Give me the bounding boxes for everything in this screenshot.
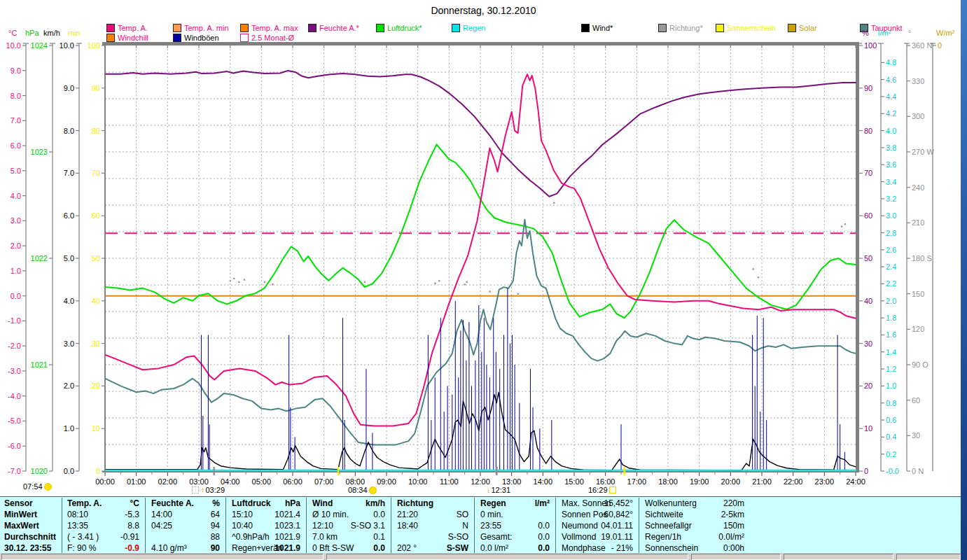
table-row: ^0.9hPa/h1021.9 bbox=[229, 531, 303, 542]
table-row: 4.10 g/m³90 bbox=[148, 542, 223, 554]
svg-text:2.4: 2.4 bbox=[886, 262, 896, 271]
table-cell-label: 0 Bft S-SW bbox=[312, 542, 354, 554]
statusbar-segment bbox=[1, 554, 324, 560]
table-cell-label: 30.12. 23:55 bbox=[4, 542, 51, 554]
table-row: MinWert bbox=[1, 509, 60, 520]
x-tick-label: 06:00 bbox=[283, 477, 302, 486]
svg-text:20: 20 bbox=[92, 382, 100, 390]
svg-text:10: 10 bbox=[92, 424, 100, 433]
table-cell-value: km/h bbox=[366, 498, 385, 509]
x-tick-label: 02:00 bbox=[158, 477, 178, 486]
direction-dot bbox=[466, 281, 467, 283]
direction-dot bbox=[264, 281, 265, 283]
svg-text:1022: 1022 bbox=[31, 254, 48, 262]
direction-dot bbox=[758, 276, 759, 278]
svg-text:7.0: 7.0 bbox=[11, 116, 21, 125]
table-cell-value: S-SW bbox=[447, 542, 468, 554]
x-tick-label: 07:00 bbox=[314, 477, 334, 486]
svg-text:3.0: 3.0 bbox=[11, 216, 21, 225]
table-divider bbox=[391, 498, 391, 553]
table-cell-value: 8.8 bbox=[127, 520, 139, 531]
direction-dot bbox=[517, 293, 519, 295]
table-divider bbox=[225, 498, 226, 553]
statusbar-segment bbox=[691, 554, 781, 560]
table-row: Regen+verän1021.9 bbox=[229, 542, 303, 554]
table-row: 0 min. bbox=[478, 509, 552, 520]
svg-text:1.6: 1.6 bbox=[886, 330, 896, 339]
table-cell-label: Regen bbox=[480, 498, 506, 509]
astro-marker-12-31: ↓12:31 bbox=[486, 486, 510, 494]
svg-text:2.8: 2.8 bbox=[886, 229, 896, 237]
table-cell-label: Wolkenunterg bbox=[645, 498, 697, 509]
direction-dot bbox=[844, 223, 846, 225]
table-cell-value: 2-5km bbox=[721, 509, 744, 520]
table-cell-label: MinWert bbox=[4, 509, 37, 520]
sun-icon bbox=[44, 483, 52, 491]
direction-dot bbox=[752, 268, 753, 270]
svg-text:330: 330 bbox=[912, 77, 924, 85]
moon-icon bbox=[192, 486, 199, 493]
table-cell-value: 0.0 bbox=[373, 509, 385, 520]
table-divider bbox=[639, 498, 639, 553]
table-cell-value: 150m bbox=[723, 520, 744, 531]
svg-text:270 W: 270 W bbox=[912, 148, 934, 156]
svg-text:0.6: 0.6 bbox=[886, 416, 896, 424]
table-cell-value: 0.0 bbox=[538, 520, 550, 531]
svg-text:0: 0 bbox=[938, 41, 942, 50]
direction-dot bbox=[489, 290, 490, 292]
svg-text:1.8: 1.8 bbox=[886, 314, 896, 322]
table-row: Regenl/m² bbox=[478, 498, 552, 509]
table-row: Max. Sonnen15,452° bbox=[559, 498, 636, 509]
table-row: ( - 3.41 )-0.91 bbox=[64, 531, 142, 542]
svg-text:1.0: 1.0 bbox=[64, 424, 74, 433]
time-label: 03:29 bbox=[206, 486, 225, 494]
table-cell-value: 04.01.11 bbox=[601, 520, 633, 531]
table-row: 04:2594 bbox=[148, 520, 223, 531]
svg-text:70: 70 bbox=[864, 169, 872, 177]
table-column: Richtung21:20SO18:40NS-SO202 °S-SW bbox=[394, 497, 471, 554]
table-row: Vollmond19.01.11 bbox=[559, 531, 636, 542]
svg-text:9.0: 9.0 bbox=[64, 84, 74, 92]
table-cell-value: 0:00h bbox=[723, 542, 744, 554]
table-divider bbox=[306, 498, 307, 553]
astro-axis-tick bbox=[213, 467, 214, 475]
table-column: LuftdruckhPa15:101021.410:401023.1^0.9hP… bbox=[229, 497, 303, 554]
svg-text:3.4: 3.4 bbox=[886, 178, 896, 186]
table-cell-value: -5.3 bbox=[125, 509, 139, 520]
table-row: 88 bbox=[148, 531, 223, 542]
svg-text:-7.0: -7.0 bbox=[8, 467, 21, 475]
svg-text:2.6: 2.6 bbox=[886, 246, 896, 254]
sunset-square-icon bbox=[609, 486, 616, 493]
svg-text:360 N: 360 N bbox=[912, 41, 932, 50]
table-cell-value: 0.0l/m² bbox=[718, 531, 744, 542]
svg-text:0: 0 bbox=[96, 467, 100, 475]
svg-text:1.2: 1.2 bbox=[886, 365, 896, 373]
table-cell-label: ^0.9hPa/h bbox=[232, 531, 270, 542]
svg-text:90: 90 bbox=[92, 84, 100, 92]
table-row: Sichtweite2-5km bbox=[642, 509, 747, 520]
table-row: Sonnenschein0:00h bbox=[642, 542, 747, 554]
astro-axis-tick bbox=[623, 467, 625, 475]
table-cell-value: 0.0 bbox=[538, 531, 550, 542]
svg-text:-4.0: -4.0 bbox=[8, 392, 21, 400]
table-cell-label: Richtung bbox=[397, 498, 433, 509]
table-cell-label: 15:10 bbox=[232, 509, 253, 520]
svg-text:-0.0: -0.0 bbox=[886, 467, 899, 475]
time-label: 16:29 bbox=[588, 486, 608, 494]
time-label: 12:31 bbox=[492, 486, 511, 494]
table-cell-value: 94 bbox=[211, 520, 220, 531]
table-row: MaxWert bbox=[1, 520, 60, 531]
table-cell-label: 18:40 bbox=[397, 520, 418, 531]
direction-dot bbox=[606, 267, 608, 269]
table-cell-label: Regen/1h bbox=[645, 531, 681, 542]
svg-text:3.8: 3.8 bbox=[886, 144, 896, 152]
svg-text:0.8: 0.8 bbox=[886, 399, 896, 407]
statusbar-segment bbox=[784, 554, 893, 560]
table-cell-label: 202 ° bbox=[397, 542, 417, 554]
table-cell-label: ( - 3.41 ) bbox=[67, 531, 99, 542]
table-cell-value: N bbox=[462, 520, 468, 531]
svg-text:210: 210 bbox=[912, 218, 924, 227]
table-row: 14:0064 bbox=[148, 509, 223, 520]
table-column: Feuchte A.%14:006404:2594884.10 g/m³90 bbox=[148, 497, 223, 554]
direction-dot bbox=[434, 282, 436, 284]
